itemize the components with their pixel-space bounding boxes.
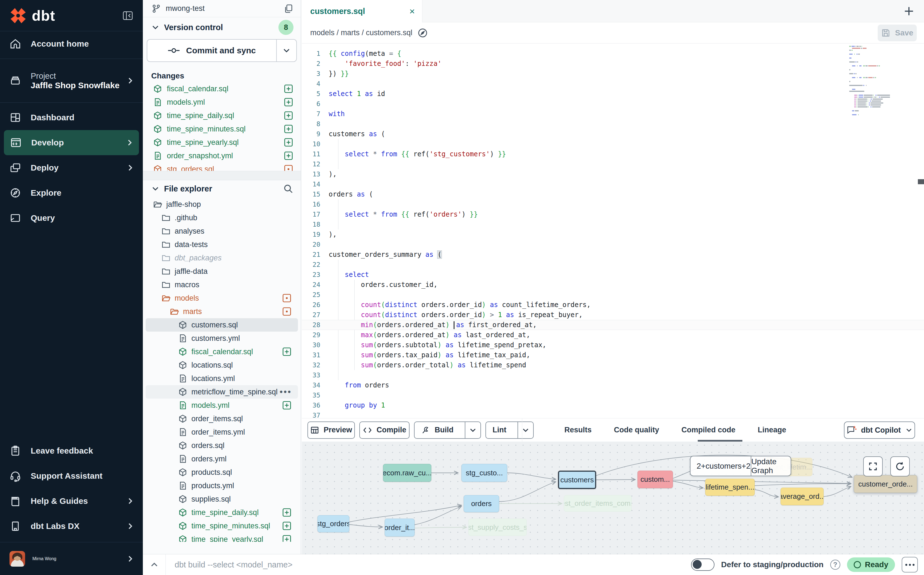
lineage-node-ecom-raw-cu-[interactable]: ecom.raw_cu... xyxy=(383,464,431,482)
explore-compass-icon[interactable] xyxy=(417,28,428,38)
file-tree-item-customers-yml[interactable]: customers.yml xyxy=(146,332,298,345)
code-line-27[interactable]: 27 count(distinct orders.order_id) > 1 a… xyxy=(302,310,924,320)
code-line-30[interactable]: 30 sum(orders.subtotal) as lifetime_spen… xyxy=(302,340,924,350)
file-tree-item-time-spine-daily-sql[interactable]: time_spine_daily.sql xyxy=(146,506,298,519)
code-line-6[interactable]: 6 xyxy=(302,99,924,109)
search-icon[interactable] xyxy=(283,183,293,194)
lineage-node-stg-orders[interactable]: stg_orders xyxy=(317,515,349,532)
refresh-button[interactable] xyxy=(890,456,910,477)
code-editor[interactable]: 1{{ config(meta = {2 'favorite_food': 'p… xyxy=(302,44,924,418)
file-explorer-header[interactable]: File explorer xyxy=(143,180,301,197)
change-item[interactable]: fiscal_calendar.sql xyxy=(143,82,301,95)
change-item[interactable]: models.yml xyxy=(143,95,301,109)
lineage-search-input[interactable]: 2+customers+2 xyxy=(691,456,751,476)
code-line-28[interactable]: 28 min(orders.ordered_at) as first_order… xyxy=(302,320,924,330)
file-tree-item-orders-yml[interactable]: orders.yml xyxy=(146,452,298,465)
branch-name[interactable]: mwong-test xyxy=(166,4,205,13)
code-line-13[interactable]: 13), xyxy=(302,169,924,179)
sidebar-item-query[interactable]: Query xyxy=(0,205,143,230)
code-line-18[interactable]: 18 xyxy=(302,219,924,229)
file-tree-item-customers-sql[interactable]: customers.sql xyxy=(146,318,298,332)
sidebar-item-dashboard[interactable]: Dashboard xyxy=(0,105,143,130)
sidebar-collapse-icon[interactable] xyxy=(122,10,133,21)
lint-options-chevron[interactable] xyxy=(518,422,533,438)
code-line-5[interactable]: 5select 1 as id xyxy=(302,89,924,99)
code-line-22[interactable]: 22 xyxy=(302,260,924,270)
file-tree-item-time-spine-minutes-sql[interactable]: time_spine_minutes.sql xyxy=(146,519,298,532)
file-tree-item-jaffle-data[interactable]: jaffle-data xyxy=(146,265,298,278)
new-tab-button[interactable] xyxy=(902,5,916,18)
code-line-29[interactable]: 29 max(orders.ordered_at) as last_ordere… xyxy=(302,330,924,340)
code-line-10[interactable]: 10 xyxy=(302,139,924,149)
commit-and-sync-button[interactable]: Commit and sync xyxy=(147,39,297,62)
lineage-canvas[interactable]: count_lifetim...ecom.raw_cu...stg_custo.… xyxy=(302,442,924,554)
tab-results[interactable]: Results xyxy=(564,426,592,434)
stage-add-icon[interactable] xyxy=(282,534,292,542)
lineage-node-test-order-items-com-[interactable]: test_order_items_com... xyxy=(564,495,632,511)
lineage-node-customer-orde-[interactable]: customer_orde... xyxy=(854,475,917,493)
tab-customers-sql[interactable]: customers.sql × xyxy=(302,0,422,22)
commit-options-chevron[interactable] xyxy=(276,40,296,61)
help-icon[interactable]: ? xyxy=(830,560,840,570)
lineage-node-order-it-[interactable]: order_it... xyxy=(385,519,415,537)
modified-icon[interactable] xyxy=(282,307,292,316)
code-line-26[interactable]: 26 count(distinct orders.order_id) as co… xyxy=(302,300,924,310)
lineage-node-customers[interactable]: customers xyxy=(558,470,596,489)
code-line-16[interactable]: 16 xyxy=(302,199,924,209)
stage-add-icon[interactable] xyxy=(284,97,293,107)
code-line-15[interactable]: 15orders as ( xyxy=(302,189,924,199)
sidebar-item-help-guides[interactable]: Help & Guides xyxy=(0,488,143,514)
copy-icon[interactable] xyxy=(284,4,293,14)
version-control-header[interactable]: Version control 8 xyxy=(143,17,301,37)
file-tree-item-marts[interactable]: marts xyxy=(146,305,298,318)
file-tree-item-time-spine-yearly-sql[interactable]: time_spine_yearly.sql xyxy=(146,532,298,542)
modified-icon[interactable] xyxy=(282,293,292,303)
more-options-button[interactable] xyxy=(902,557,918,572)
file-tree-item-models-yml[interactable]: models.yml xyxy=(146,399,298,412)
sidebar-item-explore[interactable]: Explore xyxy=(0,180,143,205)
file-tree-item-dbt-packages[interactable]: dbt_packages xyxy=(146,251,298,265)
change-item[interactable]: order_snapshot.yml xyxy=(143,149,301,162)
file-tree-item-order-items-yml[interactable]: order_items.yml xyxy=(146,426,298,439)
user-menu[interactable]: Mirna Wong xyxy=(0,542,143,575)
sidebar-item-deploy[interactable]: Deploy xyxy=(0,155,143,180)
file-tree-item--github[interactable]: .github xyxy=(146,211,298,224)
more-options-icon[interactable]: ••• xyxy=(279,387,292,397)
compile-button[interactable]: Compile xyxy=(359,421,410,439)
file-tree-item-macros[interactable]: macros xyxy=(146,278,298,291)
lineage-node-average-ord-[interactable]: average_ord... xyxy=(781,488,824,505)
code-line-24[interactable]: 24 orders.customer_id, xyxy=(302,280,924,290)
code-line-23[interactable]: 23 select xyxy=(302,270,924,280)
code-line-7[interactable]: 7with xyxy=(302,109,924,119)
code-line-3[interactable]: 3}) }} xyxy=(302,69,924,79)
file-tree-item-metricflow-time-spine-sql[interactable]: metricflow_time_spine.sql••• xyxy=(146,385,298,399)
code-line-35[interactable]: 35 xyxy=(302,390,924,400)
code-line-37[interactable]: 37 xyxy=(302,410,924,418)
code-line-11[interactable]: 11 select * from {{ ref('stg_customers')… xyxy=(302,149,924,159)
lineage-node-lifetime-spen-[interactable]: lifetime_spen... xyxy=(705,479,754,496)
file-tree-item-orders-sql[interactable]: orders.sql xyxy=(146,439,298,452)
lineage-node-stg-custo-[interactable]: stg_custo... xyxy=(461,464,507,482)
stage-add-icon[interactable] xyxy=(284,137,293,148)
file-tree-item-products-yml[interactable]: products.yml xyxy=(146,479,298,492)
stage-add-icon[interactable] xyxy=(284,84,293,94)
sidebar-item-leave-feedback[interactable]: Leave feedback xyxy=(0,438,143,463)
code-line-17[interactable]: 17 select * from {{ ref('orders') }} xyxy=(302,209,924,219)
code-line-8[interactable]: 8 xyxy=(302,119,924,129)
stage-add-icon[interactable] xyxy=(282,521,292,531)
code-line-19[interactable]: 19), xyxy=(302,229,924,240)
code-line-36[interactable]: 36 group by 1 xyxy=(302,400,924,410)
file-tree-item-jaffle-shop[interactable]: jaffle-shop xyxy=(146,198,298,211)
code-line-20[interactable]: 20 xyxy=(302,240,924,249)
file-tree-item-analyses[interactable]: analyses xyxy=(146,224,298,238)
scrollbar-thumb[interactable] xyxy=(918,179,924,184)
tab-lineage[interactable]: Lineage xyxy=(758,426,786,434)
modified-icon[interactable] xyxy=(284,164,293,171)
save-button[interactable]: Save xyxy=(878,25,917,41)
dbt-copilot-button[interactable]: dbt Copilot xyxy=(844,421,915,439)
file-tree-item-fiscal-calendar-sql[interactable]: fiscal_calendar.sql xyxy=(146,345,298,358)
sidebar-item-account-home[interactable]: Account home xyxy=(0,31,143,56)
file-tree-item-data-tests[interactable]: data-tests xyxy=(146,238,298,251)
lineage-node-custom-[interactable]: custom... xyxy=(637,470,673,488)
change-item[interactable]: time_spine_daily.sql xyxy=(143,109,301,122)
